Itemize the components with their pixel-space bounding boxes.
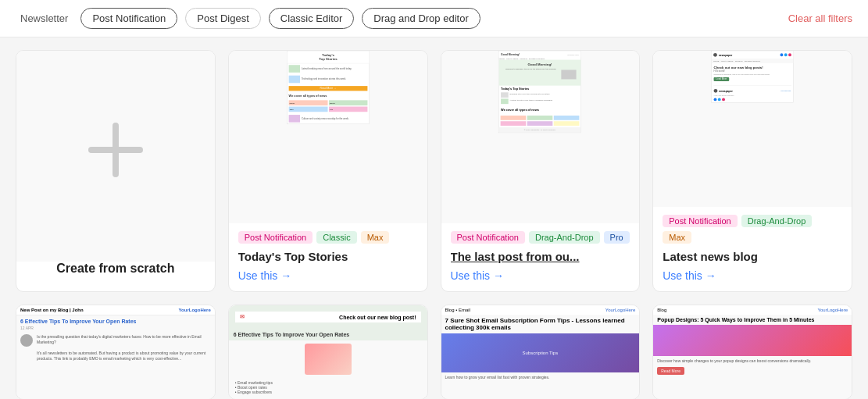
tag-classic: Classic <box>316 231 356 244</box>
scratch-preview <box>16 51 215 262</box>
filter-post-digest[interactable]: Post Digest <box>185 8 260 29</box>
last-post-use-button[interactable]: Use this → <box>451 269 505 282</box>
tag-pro: Pro <box>604 231 630 244</box>
last-post-footer: Post Notification Drag-And-Drop Pro The … <box>441 223 640 291</box>
bottom-card-3: Blog • Email YourLogoHere 7 Sure Shot Em… <box>441 305 641 399</box>
filter-newsletter[interactable]: Newsletter <box>16 9 73 28</box>
tag-post-notification: Post Notification <box>238 231 313 244</box>
latest-news-card: newspaper HOMELOCAL NEWSSPORTSENTERTAINM… <box>652 50 852 292</box>
top-stories-use-button[interactable]: Use this → <box>238 269 292 282</box>
tag-max-2: Max <box>663 231 691 244</box>
latest-news-tags: Post Notification Drag-And-Drop Max <box>663 215 842 244</box>
scratch-card: Create from scratch <box>16 50 216 292</box>
bottom-card-1: New Post on my Blog | John YourLogoHere … <box>16 305 216 399</box>
bottom-grid: New Post on my Blog | John YourLogoHere … <box>0 305 868 399</box>
last-post-title: The last post from ou... <box>451 250 630 263</box>
bottom-card-4-preview: Blog YourLogoHere Popup Designs: 5 Quick… <box>653 305 852 399</box>
top-stories-preview: Today'sTop Stories Latest breaking news … <box>229 51 427 223</box>
clear-all-filters-button[interactable]: Clear all filters <box>788 12 852 24</box>
filter-classic-editor[interactable]: Classic Editor <box>269 8 354 29</box>
top-stories-tags: Post Notification Classic Max <box>238 231 418 244</box>
last-post-preview: Good Morning! October 2024 HOMELOCAL NEW… <box>441 51 640 223</box>
filter-post-notification[interactable]: Post Notification <box>80 8 177 29</box>
scratch-label: Create from scratch <box>16 262 215 291</box>
last-post-tags: Post Notification Drag-And-Drop Pro <box>451 231 630 244</box>
plus-icon <box>88 123 143 177</box>
top-bar: Newsletter Post Notification Post Digest… <box>0 0 868 37</box>
tag-post-notification-2: Post Notification <box>451 231 525 244</box>
top-stories-card: Today'sTop Stories Latest breaking news … <box>228 50 428 292</box>
bottom-card-2-preview: ✉ Check out our new blog post! 6 Effecti… <box>229 305 427 399</box>
template-grid: Create from scratch Today'sTop Stories L… <box>0 37 868 305</box>
latest-news-preview: newspaper HOMELOCAL NEWSSPORTSENTERTAINM… <box>653 51 852 207</box>
tag-max: Max <box>361 231 390 244</box>
tag-post-notification-3: Post Notification <box>663 215 737 227</box>
bottom-card-4: Blog YourLogoHere Popup Designs: 5 Quick… <box>652 305 852 399</box>
top-stories-title: Today's Top Stories <box>238 250 418 263</box>
bottom-card-1-preview: New Post on my Blog | John YourLogoHere … <box>16 305 215 399</box>
tag-drag-drop-2: Drag-And-Drop <box>741 215 813 227</box>
top-stories-footer: Post Notification Classic Max Today's To… <box>229 223 427 291</box>
bottom-card-3-preview: Blog • Email YourLogoHere 7 Sure Shot Em… <box>441 305 640 399</box>
tag-drag-drop: Drag-And-Drop <box>529 231 600 244</box>
filter-drag-drop-editor[interactable]: Drag and Drop editor <box>362 8 480 29</box>
last-post-card: Good Morning! October 2024 HOMELOCAL NEW… <box>441 50 641 292</box>
latest-news-title: Latest news blog <box>663 250 842 263</box>
bottom-card-2: ✉ Check out our new blog post! 6 Effecti… <box>228 305 428 399</box>
latest-news-use-button[interactable]: Use this → <box>663 269 716 282</box>
latest-news-footer: Post Notification Drag-And-Drop Max Late… <box>653 207 852 291</box>
